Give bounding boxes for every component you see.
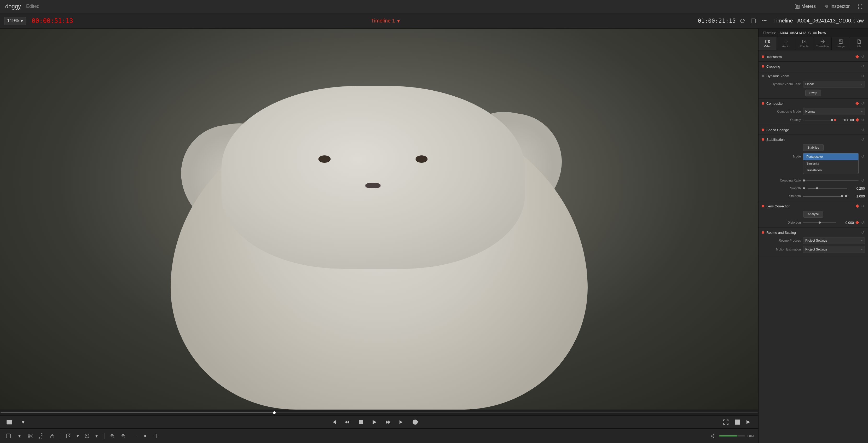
composite-reset[interactable]: ↺ — [861, 101, 865, 105]
play-button[interactable] — [370, 418, 379, 426]
stop-button[interactable] — [356, 418, 365, 426]
loop-button[interactable] — [411, 418, 420, 426]
volume-slider[interactable] — [719, 436, 745, 437]
section-cropping-header[interactable]: Cropping ↺ — [758, 63, 868, 70]
distortion-value[interactable]: 0.000 — [838, 221, 854, 225]
composite-mode-dropdown[interactable]: Normal ▾ — [803, 108, 865, 115]
dim-label[interactable]: DIM — [747, 434, 754, 438]
distortion-reset[interactable]: ↺ — [861, 220, 865, 225]
opacity-value[interactable]: 100.00 — [838, 118, 854, 122]
opacity-reset[interactable]: ↺ — [861, 118, 865, 122]
sync-icon[interactable] — [739, 18, 746, 24]
option-perspective[interactable]: Perspective — [803, 153, 858, 160]
stabilization-reset[interactable]: ↺ — [861, 137, 865, 141]
swap-button[interactable]: Swap — [805, 90, 821, 96]
plus-tool[interactable] — [152, 432, 160, 440]
smooth-handle[interactable] — [816, 187, 818, 189]
scrubber-bar[interactable] — [1, 412, 758, 413]
tag-tool[interactable] — [83, 432, 91, 440]
tab-effects[interactable]: Effects — [795, 37, 813, 50]
trim-tool[interactable] — [26, 432, 34, 440]
strength-value[interactable]: 1.000 — [849, 194, 865, 198]
tab-image[interactable]: Image — [832, 37, 850, 50]
option-translation[interactable]: Translation — [803, 167, 858, 174]
transform-diamond[interactable] — [856, 55, 859, 59]
fullscreen-button[interactable] — [722, 418, 730, 426]
strength-slider[interactable] — [803, 196, 842, 197]
cinema-mode-button[interactable] — [733, 418, 742, 426]
opacity-slider-area — [803, 120, 832, 120]
cropping-reset[interactable]: ↺ — [861, 64, 865, 68]
fit-dropdown[interactable]: ▾ — [19, 418, 27, 426]
slider-handle[interactable] — [141, 432, 150, 440]
dynamic-zoom-ease-dropdown[interactable]: Linear ▾ — [803, 81, 865, 88]
lens-correction-reset[interactable]: ↺ — [861, 204, 865, 208]
section-transform-header[interactable]: Transform ↺ — [758, 53, 868, 60]
mode-reset[interactable]: ↺ — [861, 154, 865, 159]
opacity-slider[interactable] — [803, 120, 832, 120]
section-stabilization-header[interactable]: Stabilization ↺ — [758, 136, 868, 143]
timecode-left[interactable]: 00:00:51:13 — [32, 17, 73, 25]
selection-tool[interactable] — [4, 432, 12, 440]
retime-process-value-text: Project Settings — [805, 239, 827, 243]
step-forward-button[interactable] — [384, 418, 392, 426]
smooth-slider[interactable] — [808, 188, 847, 189]
view-icon[interactable] — [750, 18, 757, 24]
section-lens-correction-header[interactable]: Lens Correction ↺ — [758, 202, 868, 210]
opacity-diamond[interactable] — [856, 118, 859, 122]
zoom-out-tool[interactable] — [108, 432, 117, 440]
tab-transition[interactable]: Transition — [813, 37, 832, 50]
skip-to-end-button[interactable] — [397, 418, 406, 426]
inspector-button[interactable]: Inspector — [824, 4, 850, 9]
option-similarity[interactable]: Similarity — [803, 160, 858, 167]
tag-dropdown[interactable]: ▾ — [92, 432, 101, 440]
transform-reset[interactable]: ↺ — [861, 55, 865, 59]
cropping-ratio-bar[interactable] — [803, 180, 859, 181]
composite-diamond[interactable] — [856, 102, 859, 105]
cropping-ratio-handle[interactable] — [803, 180, 805, 182]
zoom-in-tool[interactable] — [119, 432, 127, 440]
strength-dot — [845, 195, 847, 197]
more-icon[interactable]: ••• — [761, 18, 768, 24]
link-tool[interactable] — [37, 432, 45, 440]
volume-icon[interactable] — [709, 432, 717, 440]
dynamic-zoom-reset[interactable]: ↺ — [861, 74, 865, 78]
svg-rect-5 — [359, 420, 363, 424]
retime-process-dropdown[interactable]: Project Settings ▾ — [803, 237, 865, 244]
meters-button[interactable]: Meters — [795, 4, 816, 9]
section-composite-header[interactable]: Composite ↺ — [758, 100, 868, 107]
speed-change-reset[interactable]: ↺ — [861, 128, 865, 132]
analyze-button[interactable]: Analyze — [803, 211, 823, 218]
lock-tool[interactable] — [48, 432, 56, 440]
tab-audio[interactable]: Audio — [777, 37, 795, 50]
distortion-handle[interactable] — [818, 222, 821, 224]
zoom-indicator[interactable]: 119% ▾ — [4, 17, 26, 25]
section-dynamic-zoom-header[interactable]: Dynamic Zoom ↺ — [758, 72, 868, 80]
section-retime-scaling-header[interactable]: Retime and Scaling ↺ — [758, 229, 868, 236]
section-speed-change-header[interactable]: Speed Change ↺ — [758, 126, 868, 133]
timeline-label[interactable]: Timeline 1 ▾ — [371, 18, 400, 24]
lens-correction-diamond[interactable] — [856, 204, 859, 208]
scrubber-area[interactable] — [0, 410, 758, 415]
tab-video[interactable]: Video — [758, 37, 777, 50]
scrubber-handle[interactable] — [273, 411, 276, 414]
fit-frame-button[interactable] — [5, 418, 13, 426]
expand-button[interactable] — [858, 4, 863, 9]
flag-tool[interactable] — [64, 432, 72, 440]
smooth-value[interactable]: 0.250 — [849, 187, 865, 190]
cropping-ratio-reset[interactable]: ↺ — [861, 179, 865, 183]
tab-file[interactable]: File — [850, 37, 868, 50]
distortion-slider[interactable] — [803, 222, 836, 223]
minus-tool[interactable] — [130, 432, 138, 440]
skip-to-start-button[interactable] — [330, 418, 338, 426]
stabilize-button[interactable]: Stabilize — [803, 144, 824, 151]
distortion-diamond[interactable] — [856, 221, 859, 224]
flag-dropdown[interactable]: ▾ — [73, 432, 82, 440]
strength-handle[interactable] — [841, 195, 843, 197]
next-clip-button[interactable] — [745, 418, 753, 426]
step-back-button[interactable] — [343, 418, 351, 426]
motion-estimation-dropdown[interactable]: Project Settings ▾ — [803, 246, 865, 253]
opacity-handle[interactable] — [831, 119, 833, 121]
selection-dropdown[interactable]: ▾ — [15, 432, 24, 440]
retime-scaling-reset[interactable]: ↺ — [861, 230, 865, 234]
